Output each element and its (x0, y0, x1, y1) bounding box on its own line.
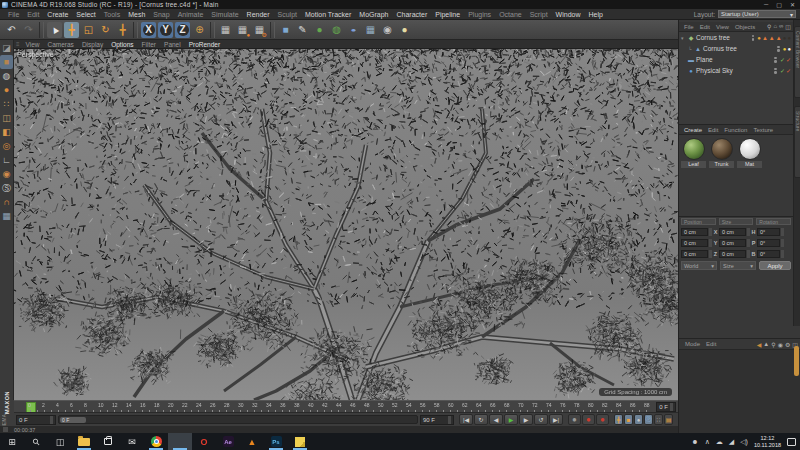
coord-field[interactable]: 0 cm (681, 250, 708, 258)
coord-field[interactable]: 0° (757, 228, 780, 236)
dock-tab-content-browser[interactable]: Content Browser (794, 26, 800, 98)
cinema4d-button[interactable] (168, 433, 192, 450)
attr-history-icon[interactable]: ▲ (763, 341, 769, 348)
people-icon[interactable]: ☻ (691, 438, 698, 446)
move-tool-icon[interactable]: ╋ (64, 22, 79, 38)
visibility-dots[interactable] (774, 68, 777, 74)
render-view-icon[interactable]: ▦ (218, 22, 233, 38)
apply-button[interactable]: Apply (759, 261, 791, 270)
key-position-toggle[interactable]: ╋ (614, 414, 623, 425)
attr-back-icon[interactable]: ◀ (757, 341, 762, 348)
file-explorer-button[interactable] (72, 433, 96, 450)
scale-tool-icon[interactable]: ◱ (81, 22, 96, 38)
coordinate-system-icon[interactable]: ⊕ (192, 22, 207, 38)
menu-octane[interactable]: Octane (495, 11, 526, 18)
om-filter-icon[interactable]: ∞ (779, 23, 783, 30)
last-tool-icon[interactable]: ╋ (115, 22, 130, 38)
z-axis-lock-icon[interactable]: Z (175, 22, 190, 38)
add-mograph-icon[interactable]: ◍ (329, 22, 344, 38)
object-tag-icon[interactable]: ✓ (780, 56, 785, 63)
store-button[interactable] (96, 433, 120, 450)
stepper[interactable] (670, 403, 673, 411)
coord-header-size[interactable]: Size (719, 218, 754, 225)
render-picture-viewer-icon[interactable]: ▦● (235, 22, 250, 38)
viewport-solo-icon[interactable]: ◉ (0, 167, 13, 181)
viewport-menu-display[interactable]: Display (78, 41, 107, 48)
task-view-button[interactable]: ◫ (48, 433, 72, 450)
add-spline-icon[interactable]: ✎ (295, 22, 310, 38)
timeline-ruler-field[interactable]: 0 F (656, 402, 676, 412)
object-tag-icon[interactable]: ✓ (786, 56, 791, 63)
object-tag-icon[interactable]: ● (787, 35, 791, 41)
mat-menu-texture[interactable]: Texture (750, 127, 776, 133)
menu-pipeline[interactable]: Pipeline (431, 11, 464, 18)
menu-sculpt[interactable]: Sculpt (274, 11, 301, 18)
points-mode-icon[interactable]: ∷ (0, 97, 13, 111)
coord-field[interactable]: 0 cm (719, 239, 746, 247)
om-search-icon[interactable]: ⚲ (767, 23, 771, 30)
stepper[interactable] (781, 250, 784, 258)
coord-space-dropdown[interactable]: World▾ (681, 261, 717, 270)
menu-script[interactable]: Script (526, 11, 552, 18)
coord-mode-dropdown[interactable]: Size▾ (720, 261, 756, 270)
minimal-animation-button[interactable]: ▤ (664, 414, 673, 425)
edge-mode-icon[interactable]: ◫ (0, 111, 13, 125)
object-tag-icon[interactable]: ▲ (776, 35, 782, 41)
menu-render[interactable]: Render (243, 11, 274, 18)
previous-frame-button[interactable]: ◀ (489, 414, 503, 425)
object-row[interactable]: ▬Plane✓✓ (679, 54, 793, 65)
om-menu-objects[interactable]: Objects (732, 24, 758, 30)
stepper[interactable] (448, 416, 451, 424)
minimize-button[interactable]: ─ (764, 1, 768, 8)
mat-menu-create[interactable]: Create (681, 127, 705, 133)
material-item[interactable]: Mat (737, 138, 762, 168)
timeline-slider[interactable]: 0 F (58, 415, 418, 424)
coord-field[interactable]: 0 cm (681, 228, 708, 236)
add-cube-icon[interactable]: ■ (278, 22, 293, 38)
stepper[interactable] (781, 239, 784, 247)
add-light-icon[interactable]: ● (397, 22, 412, 38)
panel-scrollbar[interactable] (794, 346, 799, 376)
menu-mograph[interactable]: MoGraph (355, 11, 392, 18)
mail-button[interactable]: ✉ (120, 433, 144, 450)
om-panel-icon[interactable]: ◫ (785, 23, 791, 30)
key-parameter-toggle[interactable]: Ⓟ (644, 414, 653, 425)
stepper[interactable] (50, 416, 53, 424)
stepper[interactable] (781, 228, 784, 236)
autokey-button[interactable]: ● (582, 414, 595, 425)
menu-character[interactable]: Character (393, 11, 432, 18)
action-center-icon[interactable] (787, 438, 796, 446)
coord-field[interactable]: 0 cm (719, 250, 746, 258)
attr-lock-icon[interactable]: ◉ (778, 341, 783, 348)
y-axis-lock-icon[interactable]: Y (158, 22, 173, 38)
menu-edit[interactable]: Edit (23, 11, 43, 18)
play-mode-button[interactable]: ↺ (534, 414, 548, 425)
add-floor-icon[interactable]: ▦ (363, 22, 378, 38)
axis-mode-icon[interactable]: ◎ (0, 139, 13, 153)
menu-animate[interactable]: Animate (174, 11, 208, 18)
render-settings-icon[interactable]: ▦⚙ (252, 22, 267, 38)
viewport-camera-label[interactable]: Perspective (17, 51, 54, 58)
viewport[interactable]: Perspective Grid Spacing : 1000 cm (14, 49, 678, 400)
cycle-button[interactable]: ↻ (474, 414, 488, 425)
viewport-menu-panel[interactable]: Panel (160, 41, 185, 48)
network-icon[interactable]: ◢ (729, 438, 734, 446)
attr-gear-icon[interactable]: ⚙ (785, 341, 790, 348)
close-button[interactable]: ✕ (790, 1, 795, 8)
goto-start-button[interactable]: |◀ (459, 414, 473, 425)
start-button[interactable]: ⊞ (0, 433, 24, 450)
taskbar-clock[interactable]: 12:12 10.11.2018 (754, 435, 781, 448)
viewport-menu-options[interactable]: Options (107, 41, 137, 48)
tray-expand-icon[interactable]: ∧ (705, 438, 710, 446)
object-tag-icon[interactable]: ● (783, 46, 787, 52)
viewport-menu-prorender[interactable]: ProRender (185, 41, 224, 48)
object-tag-icon[interactable]: ● (787, 46, 791, 52)
coord-field[interactable]: 0 cm (719, 228, 746, 236)
after-effects-button[interactable]: Ae (216, 433, 240, 450)
sticky-notes-button[interactable] (288, 433, 312, 450)
object-tag-icon[interactable]: ✓ (780, 67, 785, 74)
x-axis-lock-icon[interactable]: X (141, 22, 156, 38)
next-frame-button[interactable]: ▶ (519, 414, 533, 425)
coord-field[interactable]: 0 cm (681, 239, 708, 247)
mat-menu-edit[interactable]: Edit (705, 127, 721, 133)
